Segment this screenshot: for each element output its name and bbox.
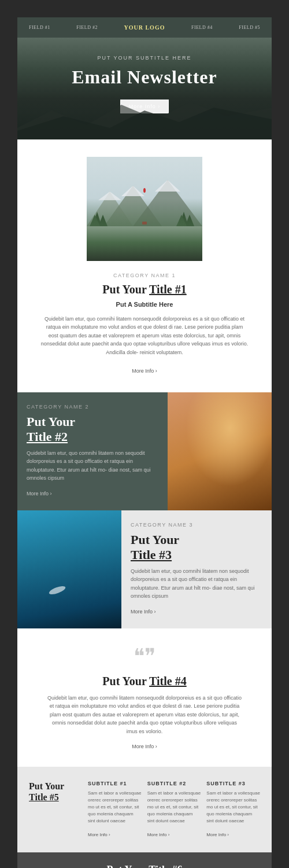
- section-3-body: Quidebit lam etur, quo comnihi litatem n…: [131, 567, 262, 601]
- col-1-more-info-link[interactable]: More Info: [88, 832, 110, 837]
- section-3-text: CATEGORY NAME 3 Put YourTitle #3 Quidebi…: [121, 510, 272, 628]
- header-section: FIELD #1 FIELD #2 YOUR LOGO FIELD #4 FIE…: [17, 17, 272, 139]
- section-3: CATEGORY NAME 3 Put YourTitle #3 Quidebi…: [17, 510, 272, 628]
- svg-marker-12: [90, 215, 100, 226]
- section-3-title-link[interactable]: Title #3: [131, 547, 172, 562]
- svg-point-19: [184, 413, 255, 431]
- section-6: Put Your Title #6 f t in p © 2020 Your C…: [17, 852, 272, 868]
- section-6-title-link[interactable]: Title #6: [149, 864, 182, 868]
- section-4: ❝❞ Put Your Title #4 Quidebit lam etur, …: [17, 628, 272, 767]
- section-5-title: Put YourTitle #5: [29, 781, 81, 803]
- section-1-title-text: Put Your: [102, 283, 149, 296]
- svg-marker-15: [176, 215, 187, 226]
- section-4-body: Quidebit lam etur, quo comnihi litatem n…: [46, 694, 243, 735]
- section-2-body: Quidebit lam etur, quo comnihi litatem n…: [27, 449, 158, 483]
- col-2-body: Sam et labor a vollesquae orerec orerore…: [147, 790, 201, 825]
- section-5-main: Put YourTitle #5: [29, 781, 81, 838]
- hero-subtitle: PUT YOUR SUBTITLE HERE: [29, 55, 260, 61]
- section-4-title-text: Put Your: [102, 675, 149, 687]
- svg-rect-2: [87, 157, 202, 261]
- section-1-title-link[interactable]: Title #1: [149, 283, 187, 296]
- desert-dune-svg: [168, 392, 272, 510]
- col-3-subtitle: SUBTITLE #3: [206, 781, 260, 786]
- section-5: Put YourTitle #5 SUBTITLE #1 Sam et labo…: [17, 767, 272, 852]
- section-6-title-text: Put Your: [107, 864, 149, 868]
- section-3-more-info-link[interactable]: More Info: [131, 609, 262, 615]
- logo[interactable]: YOUR LOGO: [124, 24, 165, 31]
- svg-marker-14: [185, 215, 194, 226]
- svg-rect-20: [17, 510, 121, 628]
- nav-field-4[interactable]: FIELD #4: [191, 25, 213, 30]
- section-2-image: [168, 392, 272, 510]
- section-1: CATEGORY NAME 1 Put Your Title #1 Put A …: [17, 139, 272, 392]
- svg-rect-22: [68, 562, 70, 567]
- section-4-title: Put Your Title #4: [46, 675, 243, 688]
- col-2-more-info-link[interactable]: More Info: [147, 832, 170, 837]
- section-2-title: Put YourTitle #2: [27, 414, 158, 444]
- section-2: CATEGORY NAME 2 Put YourTitle #2 Quidebi…: [17, 392, 272, 510]
- svg-rect-17: [142, 222, 147, 225]
- mountain-svg: [17, 99, 272, 139]
- section-5-col-1: SUBTITLE #1 Sam et labor a vollesquae or…: [88, 781, 142, 838]
- col-1-body: Sam et labor a vollesquae orerec orerore…: [88, 790, 142, 825]
- section-4-title-link[interactable]: Title #4: [149, 675, 187, 687]
- snow-scene-image: [87, 157, 202, 261]
- nav-field-2[interactable]: FIELD #2: [76, 25, 98, 30]
- ocean-wave-svg: [17, 510, 121, 628]
- svg-marker-9: [136, 226, 153, 261]
- email-container: FIELD #1 FIELD #2 YOUR LOGO FIELD #4 FIE…: [17, 17, 272, 868]
- section-1-image: [87, 157, 202, 261]
- hero-banner: PUT YOUR SUBTITLE HERE Email Newsletter …: [17, 38, 272, 139]
- col-2-subtitle: SUBTITLE #2: [147, 781, 201, 786]
- svg-marker-11: [98, 215, 108, 226]
- nav-field-5[interactable]: FIELD #5: [239, 25, 260, 30]
- quote-icon: ❝❞: [46, 646, 243, 667]
- section-4-more-info-link[interactable]: More Info: [46, 744, 243, 749]
- hero-title: Email Newsletter: [29, 67, 260, 88]
- col-3-more-info-link[interactable]: More Info: [206, 832, 229, 837]
- section-6-title: Put Your Title #6: [29, 864, 260, 868]
- section-2-text: CATEGORY NAME 2 Put YourTitle #2 Quidebi…: [17, 392, 168, 510]
- section-5-columns: SUBTITLE #1 Sam et labor a vollesquae or…: [88, 781, 260, 838]
- section-1-more-info-link[interactable]: More Info: [132, 368, 157, 374]
- section-5-title-link[interactable]: Title #5: [29, 792, 59, 802]
- section-5-col-3: SUBTITLE #3 Sam et labor a vollesquae or…: [206, 781, 260, 838]
- section-1-body: Quidebit lam etur, quo comnihi litatem n…: [40, 315, 249, 356]
- svg-point-21: [61, 564, 79, 569]
- section-1-title: Put Your Title #1: [40, 283, 249, 296]
- col-3-body: Sam et labor a vollesquae orerec orerore…: [206, 790, 260, 825]
- section-3-category: CATEGORY NAME 3: [131, 522, 262, 528]
- section-3-title: Put YourTitle #3: [131, 532, 262, 562]
- section-5-col-2: SUBTITLE #2 Sam et labor a vollesquae or…: [147, 781, 201, 838]
- svg-rect-16: [87, 226, 202, 261]
- svg-rect-18: [168, 392, 272, 510]
- col-1-subtitle: SUBTITLE #1: [88, 781, 142, 786]
- nav-bar: FIELD #1 FIELD #2 YOUR LOGO FIELD #4 FIE…: [17, 17, 272, 38]
- section-2-title-link[interactable]: Title #2: [27, 429, 68, 444]
- section-1-category: CATEGORY NAME 1: [40, 273, 249, 278]
- svg-marker-13: [179, 212, 188, 226]
- nav-field-1[interactable]: FIELD #1: [29, 25, 50, 30]
- snow-scene-svg: [87, 157, 202, 261]
- section-3-image: [17, 510, 121, 628]
- section-2-category: CATEGORY NAME 2: [27, 404, 158, 410]
- section-1-subtitle: Put A Subtitle Here: [40, 301, 249, 308]
- svg-marker-10: [92, 212, 102, 226]
- section-2-more-info-link[interactable]: More Info: [27, 491, 158, 496]
